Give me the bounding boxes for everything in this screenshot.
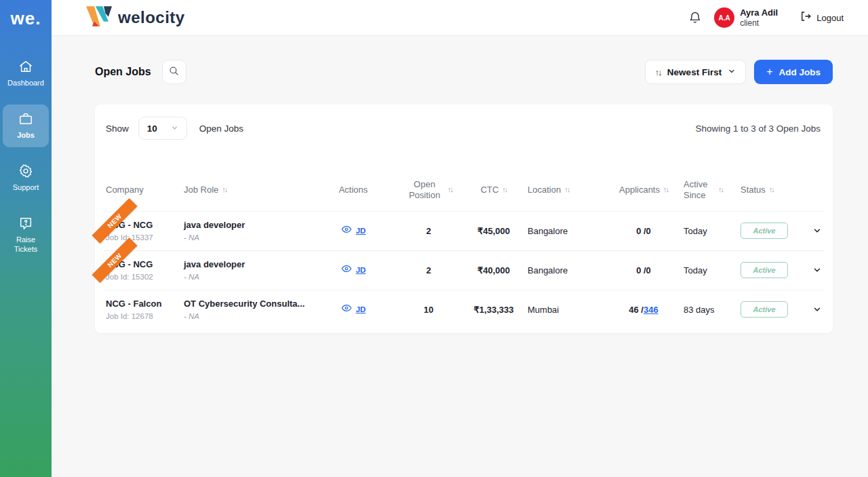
row-expand-chevron-icon[interactable]: [812, 265, 822, 275]
sort-dropdown[interactable]: ↑↓ Newest First: [645, 60, 746, 84]
col-applicants[interactable]: Applicants↑↓: [604, 185, 684, 195]
sort-arrows-icon: ↑↓: [655, 67, 661, 77]
sidebar-item-raise-tickets[interactable]: Raise Tickets: [3, 209, 49, 262]
page-toolbar: Open Jobs ↑↓ Newest First +: [95, 60, 833, 84]
table-row: NEW NCG - NCG Job Id: 15302 java develop…: [103, 250, 825, 290]
view-eye-icon[interactable]: [341, 263, 352, 277]
help-bubble-icon: [18, 216, 33, 231]
status-cell: Active: [741, 223, 812, 239]
col-location[interactable]: Location↑↓: [528, 185, 604, 195]
col-open-position[interactable]: Open Position↑↓: [397, 179, 460, 202]
table-header-row: Company Job Role↑↓ Actions Open Position…: [103, 172, 825, 211]
applicants-total-link[interactable]: 346: [644, 305, 658, 315]
job-role-cell: OT Cybersecurity Consulta... - NA: [184, 299, 309, 320]
open-jobs-table-card: Show 10 Open Jobs Showing 1 to 3 of 3 Op…: [95, 104, 833, 333]
col-company: Company: [106, 185, 184, 195]
sidebar-logo: we.: [11, 8, 41, 29]
plus-icon: +: [766, 66, 772, 78]
user-name: Ayra Adil: [740, 7, 778, 18]
search-button[interactable]: [162, 60, 186, 84]
sidebar-item-dashboard[interactable]: Dashboard: [3, 52, 49, 95]
status-badge: Active: [741, 301, 788, 318]
logout-icon: [800, 10, 812, 25]
results-summary: Showing 1 to 3 of 3 Open Jobs: [695, 123, 821, 134]
jd-link[interactable]: JD: [356, 305, 366, 313]
top-header: welocity A.A Ayra Adil client: [52, 0, 868, 36]
search-icon: [168, 65, 180, 79]
brand-mark-icon: [81, 3, 117, 32]
col-job-role[interactable]: Job Role↑↓: [184, 185, 309, 195]
company-cell: NCG - Falcon Job Id: 12678: [106, 299, 184, 320]
page-size-select[interactable]: 10: [138, 117, 187, 140]
ctc-cell: ₹45,000: [460, 226, 528, 236]
ctc-cell: ₹1,33,333: [460, 305, 528, 315]
row-expand-chevron-icon[interactable]: [812, 226, 822, 235]
table-controls: Show 10 Open Jobs Showing 1 to 3 of 3 Op…: [103, 117, 825, 140]
col-active-since[interactable]: Active Since↑↓: [684, 179, 741, 202]
sidebar-item-label: Jobs: [17, 130, 35, 140]
app-root: we. Dashboard Jobs Support Raise Tickets: [0, 0, 868, 477]
user-chip[interactable]: A.A Ayra Adil client: [714, 7, 778, 28]
sort-icon: ↑↓: [564, 185, 569, 195]
chevron-down-icon: [171, 122, 178, 134]
active-since-cell: Today: [684, 226, 741, 236]
sort-icon: ↑↓: [663, 185, 668, 195]
status-cell: Active: [741, 262, 812, 278]
header-right: A.A Ayra Adil client Logout: [688, 7, 844, 28]
show-label: Show: [106, 123, 129, 134]
view-eye-icon[interactable]: [341, 303, 352, 316]
jd-link[interactable]: JD: [356, 266, 366, 274]
active-since-cell: Today: [684, 265, 741, 275]
chevron-down-icon: [728, 66, 736, 78]
page-title: Open Jobs: [95, 66, 151, 78]
status-badge: Active: [741, 262, 788, 278]
gear-icon: [18, 164, 33, 178]
open-positions-cell: 10: [397, 305, 460, 315]
actions-cell: JD: [309, 224, 397, 237]
open-positions-cell: 2: [397, 226, 460, 236]
toolbar-right: ↑↓ Newest First + Add Jobs: [645, 60, 833, 84]
applicants-total: /0: [644, 265, 651, 275]
col-ctc[interactable]: CTC↑↓: [460, 185, 528, 195]
sidebar-item-support[interactable]: Support: [3, 157, 49, 199]
sidebar-item-label: Support: [13, 183, 39, 193]
view-eye-icon[interactable]: [341, 224, 352, 237]
content-area: Open Jobs ↑↓ Newest First +: [52, 36, 868, 477]
applicants-cell: 0 /0: [604, 226, 684, 236]
user-role: client: [740, 18, 778, 28]
location-cell: Bangalore: [528, 265, 604, 275]
main-area: welocity A.A Ayra Adil client: [52, 0, 868, 477]
sidebar-item-label: Dashboard: [7, 78, 44, 88]
page-size-value: 10: [147, 123, 157, 134]
avatar: A.A: [714, 7, 734, 28]
job-id: Job Id: 15302: [106, 273, 184, 281]
job-id: Job Id: 12678: [106, 312, 184, 320]
brand-logo: welocity: [81, 3, 185, 32]
col-status[interactable]: Status↑↓: [741, 185, 812, 195]
applicants-cell: 46 /346: [604, 305, 684, 315]
add-jobs-button[interactable]: + Add Jobs: [754, 60, 833, 84]
sidebar-item-label: Raise Tickets: [4, 235, 47, 255]
location-cell: Mumbai: [528, 305, 604, 315]
ctc-cell: ₹40,000: [460, 265, 528, 275]
briefcase-icon: [18, 111, 33, 126]
table-row: NEW NCG - NCG Job Id: 15337 java develop…: [103, 211, 825, 250]
logout-button[interactable]: Logout: [800, 10, 844, 25]
applicants-cell: 0 /0: [604, 265, 684, 275]
sidebar-item-jobs[interactable]: Jobs: [3, 104, 49, 147]
col-actions: Actions: [309, 185, 397, 195]
notification-bell-icon[interactable]: [688, 11, 702, 24]
actions-cell: JD: [309, 263, 397, 277]
jd-link[interactable]: JD: [356, 227, 366, 235]
location-cell: Bangalore: [528, 226, 604, 236]
logout-label: Logout: [816, 13, 844, 23]
row-expand-chevron-icon[interactable]: [812, 305, 822, 314]
job-role-cell: java developer - NA: [184, 220, 309, 242]
table-row: NCG - Falcon Job Id: 12678 OT Cybersecur…: [103, 290, 825, 329]
job-role-cell: java developer - NA: [184, 259, 309, 281]
applicants-total: /0: [644, 226, 651, 236]
status-badge: Active: [741, 223, 788, 239]
sort-selected-value: Newest First: [667, 67, 722, 77]
sort-icon: ↑↓: [448, 185, 452, 195]
sort-icon: ↑↓: [718, 185, 723, 195]
